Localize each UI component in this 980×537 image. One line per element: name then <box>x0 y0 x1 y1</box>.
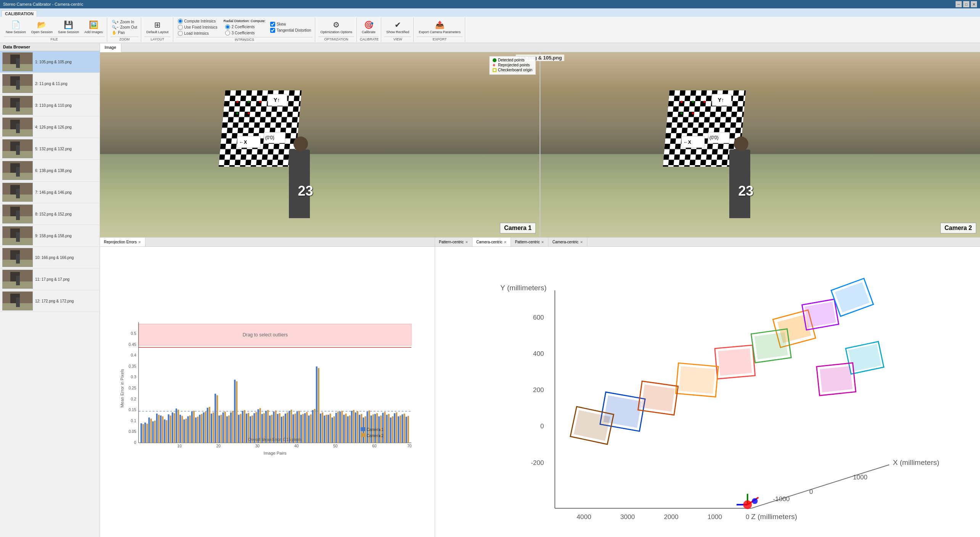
show-rectified-button[interactable]: ✔ Show Rectified <box>384 19 411 35</box>
pattern-centric-2-close[interactable]: ✕ <box>541 240 544 244</box>
load-intrinsics-radio[interactable] <box>178 31 183 36</box>
close-button[interactable]: ✕ <box>971 1 977 7</box>
reprojection-tab[interactable]: Reprojection Errors ✕ <box>100 238 145 246</box>
minimize-button[interactable]: ─ <box>956 1 962 7</box>
svg-text:0.5: 0.5 <box>131 331 137 336</box>
tab-pattern-centric-2[interactable]: Pattern-centric ✕ <box>511 238 548 246</box>
bar <box>211 413 212 443</box>
bar <box>185 419 187 443</box>
svg-text:(0'0): (0'0) <box>265 135 274 140</box>
bar <box>318 368 319 443</box>
sidebar-item-label-3: 3: 110.png & 110.png <box>35 103 72 108</box>
coeff2-radio[interactable] <box>225 24 230 29</box>
board-cluster-10 <box>846 341 884 374</box>
skew-option[interactable]: Skew <box>269 21 313 27</box>
bar <box>335 413 337 443</box>
sidebar-item-5[interactable]: 5: 132.png & 132.png <box>0 138 100 160</box>
coeff3-option[interactable]: 3 Coefficients <box>224 30 266 36</box>
x-axis-title: Image Pairs <box>264 451 287 455</box>
bar <box>187 416 189 443</box>
sidebar-item-1[interactable]: 1: 105.png & 105.png <box>0 51 100 73</box>
pan-button[interactable]: ✋ Pan <box>110 30 139 35</box>
load-intrinsics-option[interactable]: Load Intrinsics <box>176 31 219 36</box>
svg-point-54 <box>248 101 250 103</box>
sidebar-item-12[interactable]: 12: 172.png & 172.png <box>0 290 100 312</box>
coeff3-radio[interactable] <box>225 31 230 35</box>
maximize-button[interactable]: □ <box>963 1 969 7</box>
bar <box>353 410 355 443</box>
tab-pattern-centric-1[interactable]: Pattern-centric ✕ <box>435 238 472 246</box>
camera-centric-2-close[interactable]: ✕ <box>580 240 583 244</box>
pattern-centric-1-close[interactable]: ✕ <box>465 240 468 244</box>
calibrate-icon: 🎯 <box>364 20 374 29</box>
fixed-intrinsics-radio[interactable] <box>178 25 183 30</box>
optimization-options-button[interactable]: ⚙ Optimization Options <box>318 19 354 35</box>
reprojection-tab-close[interactable]: ✕ <box>138 240 141 244</box>
save-session-button[interactable]: 💾 Save Session <box>56 19 81 35</box>
sidebar-item-8[interactable]: 8: 152.png & 152.png <box>0 203 100 225</box>
sidebar-item-10[interactable]: 10: 166.png & 166.png <box>0 247 100 268</box>
ribbon-tab-calibration[interactable]: CALIBRATION <box>2 10 37 17</box>
sidebar-item-7[interactable]: 7: 146.png & 146.png <box>0 182 100 203</box>
bar <box>221 415 222 443</box>
chart-panel-tabs: Reprojection Errors ✕ <box>100 238 435 247</box>
tab-camera-centric-1[interactable]: Camera-centric ✕ <box>472 238 511 246</box>
svg-text:3000: 3000 <box>620 513 635 521</box>
add-images-button[interactable]: 🖼️ Add Images <box>82 19 105 35</box>
pan-icon: ✋ <box>112 31 116 35</box>
svg-rect-27 <box>16 189 20 198</box>
tab-camera-centric-2[interactable]: Camera-centric ✕ <box>548 238 587 246</box>
ribbon-group-zoom: 🔍+ Zoom In 🔍− Zoom Out ✋ Pan ZOOM <box>108 18 141 42</box>
new-session-button[interactable]: 📄 New Session <box>4 19 28 35</box>
svg-point-73 <box>692 112 694 114</box>
bar <box>320 413 321 443</box>
bar <box>195 418 197 443</box>
camera1-label: Camera 1 <box>500 223 536 233</box>
sidebar-item-4[interactable]: 4: 126.png & 126.png <box>0 116 100 138</box>
camera-centric-1-close[interactable]: ✕ <box>504 240 507 244</box>
camera2-view: Y↑ ←X (0'0) 23 Camera 2 <box>540 52 980 237</box>
compute-intrinsics-option[interactable]: Compute Intrinsics <box>176 18 219 24</box>
optimization-content: ⚙ Optimization Options <box>318 18 354 36</box>
add-images-icon: 🖼️ <box>89 20 98 29</box>
export-params-button[interactable]: 📤 Export Camera Parameters <box>417 19 463 35</box>
zoom-out-button[interactable]: 🔍− Zoom Out <box>110 25 139 30</box>
default-layout-button[interactable]: ⊞ Default Layout <box>144 19 170 35</box>
bar <box>345 413 347 443</box>
sidebar-item-3[interactable]: 3: 110.png & 110.png <box>0 95 100 116</box>
ribbon-content: 📄 New Session 📂 Open Session 💾 Save Sess… <box>0 17 980 43</box>
tangential-option[interactable]: Tangential Distortion <box>269 27 313 33</box>
svg-text:0.2: 0.2 <box>131 397 137 401</box>
bar <box>246 413 247 443</box>
zoom-group-label: ZOOM <box>110 37 139 41</box>
origin-square <box>493 68 496 72</box>
sidebar-item-11[interactable]: 11: 17.png & 17.png <box>0 268 100 290</box>
skew-checkbox[interactable] <box>270 22 275 27</box>
compute-intrinsics-radio[interactable] <box>178 19 183 24</box>
tangential-checkbox[interactable] <box>270 28 275 33</box>
bar <box>306 412 308 443</box>
calibrate-group-label: CALIBRATE <box>360 37 379 41</box>
bar <box>322 412 323 443</box>
bar <box>242 411 243 443</box>
ribbon-group-view: ✔ Show Rectified VIEW <box>382 18 414 42</box>
bar <box>392 416 393 443</box>
fixed-intrinsics-option[interactable]: Use Fixed Intrinsics <box>176 24 219 30</box>
svg-text:0.3: 0.3 <box>131 375 137 379</box>
coeff2-option[interactable]: 2 Coefficients <box>224 24 266 30</box>
open-session-button[interactable]: 📂 Open Session <box>29 19 55 35</box>
bar <box>166 420 168 443</box>
svg-point-56 <box>236 112 239 114</box>
bar <box>302 414 304 443</box>
svg-text:200: 200 <box>533 386 544 394</box>
svg-rect-118 <box>718 348 752 376</box>
bar <box>224 412 226 443</box>
ribbon-group-intrinsics: Compute Intrinsics Use Fixed Intrinsics … <box>174 18 316 42</box>
svg-point-69 <box>680 101 683 103</box>
zoom-in-button[interactable]: 🔍+ Zoom In <box>110 19 139 24</box>
sidebar-item-6[interactable]: 6: 138.png & 138.png <box>0 160 100 182</box>
tab-image[interactable]: Image <box>100 43 121 52</box>
sidebar-item-2[interactable]: 2: 11.png & 11.png <box>0 73 100 95</box>
sidebar-item-9[interactable]: 9: 158.png & 158.png <box>0 225 100 247</box>
calibrate-button[interactable]: 🎯 Calibrate <box>360 19 377 35</box>
